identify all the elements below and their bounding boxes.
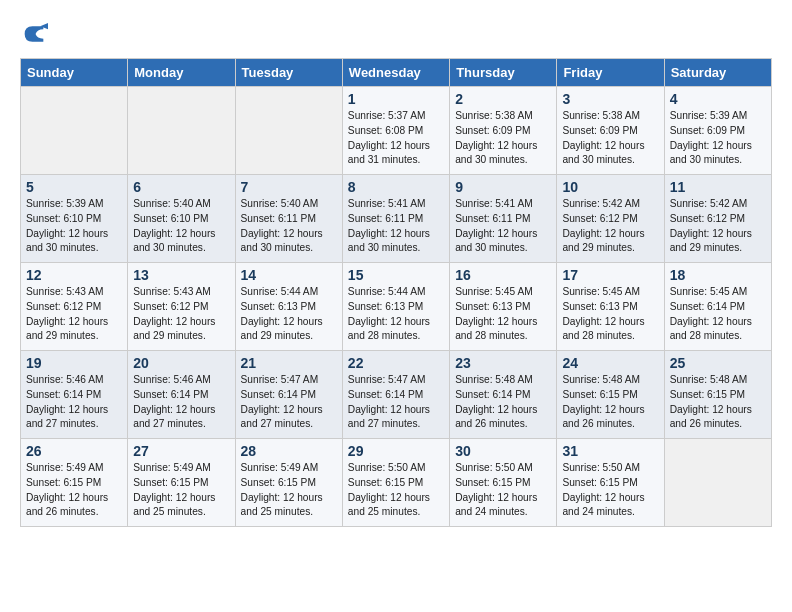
logo: [20, 20, 53, 48]
day-number: 13: [133, 267, 229, 283]
day-cell: 10Sunrise: 5:42 AM Sunset: 6:12 PM Dayli…: [557, 175, 664, 263]
day-number: 20: [133, 355, 229, 371]
day-info: Sunrise: 5:46 AM Sunset: 6:14 PM Dayligh…: [26, 373, 122, 432]
day-cell: 22Sunrise: 5:47 AM Sunset: 6:14 PM Dayli…: [342, 351, 449, 439]
day-cell: 4Sunrise: 5:39 AM Sunset: 6:09 PM Daylig…: [664, 87, 771, 175]
day-cell: 1Sunrise: 5:37 AM Sunset: 6:08 PM Daylig…: [342, 87, 449, 175]
day-cell: 31Sunrise: 5:50 AM Sunset: 6:15 PM Dayli…: [557, 439, 664, 527]
day-cell: 17Sunrise: 5:45 AM Sunset: 6:13 PM Dayli…: [557, 263, 664, 351]
day-number: 5: [26, 179, 122, 195]
day-number: 9: [455, 179, 551, 195]
day-cell: 5Sunrise: 5:39 AM Sunset: 6:10 PM Daylig…: [21, 175, 128, 263]
day-cell: 15Sunrise: 5:44 AM Sunset: 6:13 PM Dayli…: [342, 263, 449, 351]
col-header-thursday: Thursday: [450, 59, 557, 87]
day-number: 14: [241, 267, 337, 283]
day-info: Sunrise: 5:49 AM Sunset: 6:15 PM Dayligh…: [133, 461, 229, 520]
calendar-header-row: SundayMondayTuesdayWednesdayThursdayFrid…: [21, 59, 772, 87]
day-number: 12: [26, 267, 122, 283]
day-cell: 28Sunrise: 5:49 AM Sunset: 6:15 PM Dayli…: [235, 439, 342, 527]
day-info: Sunrise: 5:47 AM Sunset: 6:14 PM Dayligh…: [348, 373, 444, 432]
day-info: Sunrise: 5:50 AM Sunset: 6:15 PM Dayligh…: [455, 461, 551, 520]
day-cell: 27Sunrise: 5:49 AM Sunset: 6:15 PM Dayli…: [128, 439, 235, 527]
day-number: 27: [133, 443, 229, 459]
day-info: Sunrise: 5:45 AM Sunset: 6:13 PM Dayligh…: [562, 285, 658, 344]
day-info: Sunrise: 5:44 AM Sunset: 6:13 PM Dayligh…: [348, 285, 444, 344]
day-info: Sunrise: 5:37 AM Sunset: 6:08 PM Dayligh…: [348, 109, 444, 168]
day-info: Sunrise: 5:48 AM Sunset: 6:15 PM Dayligh…: [562, 373, 658, 432]
day-number: 23: [455, 355, 551, 371]
day-cell: 2Sunrise: 5:38 AM Sunset: 6:09 PM Daylig…: [450, 87, 557, 175]
day-number: 25: [670, 355, 766, 371]
day-number: 11: [670, 179, 766, 195]
day-info: Sunrise: 5:49 AM Sunset: 6:15 PM Dayligh…: [241, 461, 337, 520]
day-number: 29: [348, 443, 444, 459]
day-number: 7: [241, 179, 337, 195]
week-row-5: 26Sunrise: 5:49 AM Sunset: 6:15 PM Dayli…: [21, 439, 772, 527]
day-info: Sunrise: 5:39 AM Sunset: 6:09 PM Dayligh…: [670, 109, 766, 168]
col-header-sunday: Sunday: [21, 59, 128, 87]
day-info: Sunrise: 5:40 AM Sunset: 6:11 PM Dayligh…: [241, 197, 337, 256]
day-cell: 8Sunrise: 5:41 AM Sunset: 6:11 PM Daylig…: [342, 175, 449, 263]
day-cell: 26Sunrise: 5:49 AM Sunset: 6:15 PM Dayli…: [21, 439, 128, 527]
day-info: Sunrise: 5:48 AM Sunset: 6:14 PM Dayligh…: [455, 373, 551, 432]
day-number: 30: [455, 443, 551, 459]
day-info: Sunrise: 5:43 AM Sunset: 6:12 PM Dayligh…: [133, 285, 229, 344]
week-row-4: 19Sunrise: 5:46 AM Sunset: 6:14 PM Dayli…: [21, 351, 772, 439]
logo-icon: [20, 20, 48, 48]
day-number: 28: [241, 443, 337, 459]
day-number: 19: [26, 355, 122, 371]
day-cell: 25Sunrise: 5:48 AM Sunset: 6:15 PM Dayli…: [664, 351, 771, 439]
day-cell: 9Sunrise: 5:41 AM Sunset: 6:11 PM Daylig…: [450, 175, 557, 263]
day-info: Sunrise: 5:48 AM Sunset: 6:15 PM Dayligh…: [670, 373, 766, 432]
day-cell: 29Sunrise: 5:50 AM Sunset: 6:15 PM Dayli…: [342, 439, 449, 527]
day-cell: 20Sunrise: 5:46 AM Sunset: 6:14 PM Dayli…: [128, 351, 235, 439]
day-number: 24: [562, 355, 658, 371]
day-number: 16: [455, 267, 551, 283]
day-info: Sunrise: 5:44 AM Sunset: 6:13 PM Dayligh…: [241, 285, 337, 344]
day-info: Sunrise: 5:38 AM Sunset: 6:09 PM Dayligh…: [562, 109, 658, 168]
day-number: 17: [562, 267, 658, 283]
col-header-friday: Friday: [557, 59, 664, 87]
col-header-tuesday: Tuesday: [235, 59, 342, 87]
day-info: Sunrise: 5:43 AM Sunset: 6:12 PM Dayligh…: [26, 285, 122, 344]
day-number: 3: [562, 91, 658, 107]
week-row-3: 12Sunrise: 5:43 AM Sunset: 6:12 PM Dayli…: [21, 263, 772, 351]
day-number: 4: [670, 91, 766, 107]
day-info: Sunrise: 5:45 AM Sunset: 6:14 PM Dayligh…: [670, 285, 766, 344]
day-cell: 24Sunrise: 5:48 AM Sunset: 6:15 PM Dayli…: [557, 351, 664, 439]
day-cell: 30Sunrise: 5:50 AM Sunset: 6:15 PM Dayli…: [450, 439, 557, 527]
day-number: 22: [348, 355, 444, 371]
day-number: 1: [348, 91, 444, 107]
day-number: 2: [455, 91, 551, 107]
day-info: Sunrise: 5:42 AM Sunset: 6:12 PM Dayligh…: [562, 197, 658, 256]
day-info: Sunrise: 5:41 AM Sunset: 6:11 PM Dayligh…: [348, 197, 444, 256]
day-cell: 19Sunrise: 5:46 AM Sunset: 6:14 PM Dayli…: [21, 351, 128, 439]
day-info: Sunrise: 5:41 AM Sunset: 6:11 PM Dayligh…: [455, 197, 551, 256]
day-info: Sunrise: 5:42 AM Sunset: 6:12 PM Dayligh…: [670, 197, 766, 256]
calendar-header: [20, 20, 772, 48]
day-cell: [664, 439, 771, 527]
day-info: Sunrise: 5:47 AM Sunset: 6:14 PM Dayligh…: [241, 373, 337, 432]
day-number: 10: [562, 179, 658, 195]
day-cell: 6Sunrise: 5:40 AM Sunset: 6:10 PM Daylig…: [128, 175, 235, 263]
day-cell: 3Sunrise: 5:38 AM Sunset: 6:09 PM Daylig…: [557, 87, 664, 175]
day-cell: 11Sunrise: 5:42 AM Sunset: 6:12 PM Dayli…: [664, 175, 771, 263]
day-number: 18: [670, 267, 766, 283]
week-row-2: 5Sunrise: 5:39 AM Sunset: 6:10 PM Daylig…: [21, 175, 772, 263]
day-cell: 23Sunrise: 5:48 AM Sunset: 6:14 PM Dayli…: [450, 351, 557, 439]
calendar-table: SundayMondayTuesdayWednesdayThursdayFrid…: [20, 58, 772, 527]
day-cell: 12Sunrise: 5:43 AM Sunset: 6:12 PM Dayli…: [21, 263, 128, 351]
day-number: 8: [348, 179, 444, 195]
day-cell: 13Sunrise: 5:43 AM Sunset: 6:12 PM Dayli…: [128, 263, 235, 351]
col-header-monday: Monday: [128, 59, 235, 87]
col-header-wednesday: Wednesday: [342, 59, 449, 87]
day-info: Sunrise: 5:40 AM Sunset: 6:10 PM Dayligh…: [133, 197, 229, 256]
day-info: Sunrise: 5:38 AM Sunset: 6:09 PM Dayligh…: [455, 109, 551, 168]
day-number: 26: [26, 443, 122, 459]
day-number: 21: [241, 355, 337, 371]
day-number: 15: [348, 267, 444, 283]
week-row-1: 1Sunrise: 5:37 AM Sunset: 6:08 PM Daylig…: [21, 87, 772, 175]
day-info: Sunrise: 5:46 AM Sunset: 6:14 PM Dayligh…: [133, 373, 229, 432]
day-info: Sunrise: 5:49 AM Sunset: 6:15 PM Dayligh…: [26, 461, 122, 520]
day-cell: 21Sunrise: 5:47 AM Sunset: 6:14 PM Dayli…: [235, 351, 342, 439]
